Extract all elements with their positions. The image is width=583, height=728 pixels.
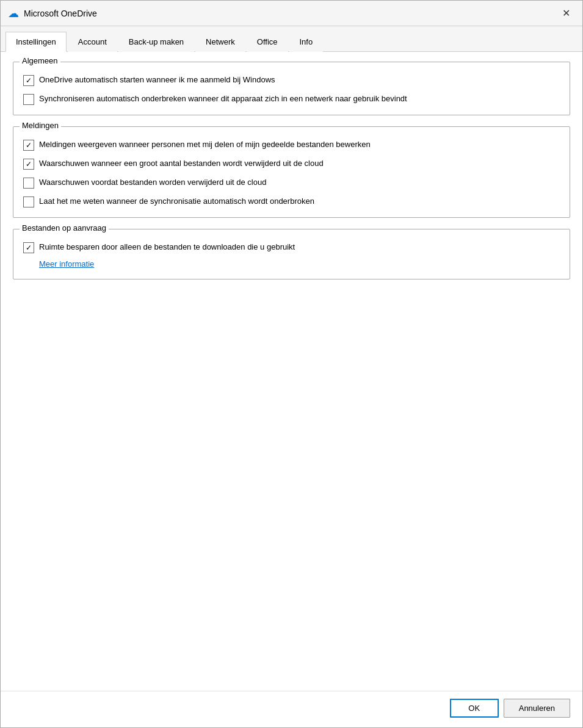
tab-bar: Instellingen Account Back-up maken Netwe…: [1, 26, 582, 52]
cancel-button[interactable]: Annuleren: [504, 699, 570, 718]
bestanden-label: Bestanden op aanvraag: [20, 223, 109, 232]
close-button[interactable]: ✕: [557, 4, 575, 23]
tab-backup[interactable]: Back-up maken: [118, 32, 194, 52]
save-space-label: Ruimte besparen door alleen de bestanden…: [39, 242, 295, 253]
bestanden-group: Bestanden op aanvraag ✓ Ruimte besparen …: [13, 229, 570, 279]
list-item: Laat het me weten wanneer de synchronisa…: [23, 196, 560, 207]
footer: OK Annuleren: [1, 691, 582, 727]
tab-instellingen[interactable]: Instellingen: [5, 32, 67, 52]
list-item: Waarschuwen voordat bestanden worden ver…: [23, 177, 560, 189]
onedrive-icon: ☁: [8, 7, 19, 20]
checkmark-icon: ✓: [26, 244, 32, 251]
auto-start-label: OneDrive automatisch starten wanneer ik …: [39, 74, 275, 85]
warn-delete-cloud-label: Waarschuwen wanneer een groot aantal bes…: [39, 158, 324, 169]
meldingen-group: Meldingen ✓ Meldingen weergeven wanneer …: [13, 126, 570, 218]
main-window: ☁ Microsoft OneDrive ✕ Instellingen Acco…: [0, 0, 583, 728]
list-item: ✓ Ruimte besparen door alleen de bestand…: [23, 242, 560, 253]
ok-button[interactable]: OK: [450, 699, 499, 718]
checkmark-icon: ✓: [26, 142, 32, 149]
checkmark-icon: ✓: [26, 160, 32, 168]
algemeen-label: Algemeen: [20, 56, 60, 65]
tab-account[interactable]: Account: [68, 32, 117, 52]
sync-pause-checkbox[interactable]: [23, 94, 34, 105]
tab-netwerk[interactable]: Netwerk: [195, 32, 245, 52]
auto-start-checkbox[interactable]: ✓: [23, 75, 34, 86]
list-item: Synchroniseren automatisch onderbreken w…: [23, 93, 560, 105]
tab-office[interactable]: Office: [247, 32, 288, 52]
list-item: ✓ Waarschuwen wanneer een groot aantal b…: [23, 158, 560, 170]
warn-before-delete-checkbox[interactable]: [23, 178, 34, 189]
algemeen-group: Algemeen ✓ OneDrive automatisch starten …: [13, 62, 570, 115]
list-item: ✓ Meldingen weergeven wanneer personen m…: [23, 139, 560, 151]
content-area: Algemeen ✓ OneDrive automatisch starten …: [1, 52, 582, 691]
warn-delete-cloud-checkbox[interactable]: ✓: [23, 159, 34, 170]
notify-share-checkbox[interactable]: ✓: [23, 140, 34, 151]
tab-info[interactable]: Info: [289, 32, 324, 52]
title-bar: ☁ Microsoft OneDrive ✕: [1, 1, 582, 26]
save-space-checkbox[interactable]: ✓: [23, 242, 34, 253]
notify-sync-pause-label: Laat het me weten wanneer de synchronisa…: [39, 196, 314, 207]
notify-share-label: Meldingen weergeven wanneer personen met…: [39, 139, 371, 150]
meldingen-label: Meldingen: [20, 121, 61, 130]
sync-pause-label: Synchroniseren automatisch onderbreken w…: [39, 93, 407, 104]
window-title: Microsoft OneDrive: [24, 9, 97, 18]
meer-informatie-link[interactable]: Meer informatie: [39, 259, 94, 268]
warn-before-delete-label: Waarschuwen voordat bestanden worden ver…: [39, 177, 266, 188]
checkmark-icon: ✓: [26, 77, 32, 84]
notify-sync-pause-checkbox[interactable]: [23, 196, 34, 207]
list-item: ✓ OneDrive automatisch starten wanneer i…: [23, 74, 560, 86]
